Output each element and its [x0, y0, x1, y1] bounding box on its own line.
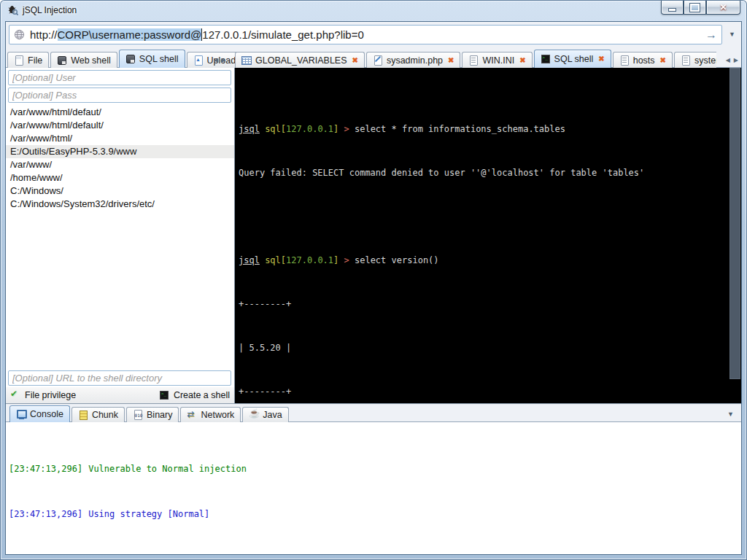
directory-item[interactable]: /home/www/ — [6, 171, 234, 184]
tool-tab[interactable]: Web shell — [50, 52, 117, 68]
minimize-icon — [668, 8, 676, 12]
tab-icon — [681, 55, 691, 66]
log-tab[interactable]: Binary — [126, 407, 179, 422]
shell-footer-bar: File privilege Create a shell — [6, 387, 234, 403]
scroll-left-icon[interactable] — [214, 58, 218, 63]
directory-item[interactable]: E:/Outils/EasyPHP-5.3.9/www — [6, 145, 234, 158]
terminal-output-line: | 5.5.20 | — [239, 343, 725, 354]
tool-tab[interactable]: SQL shell — [119, 50, 185, 68]
result-tab[interactable]: SQL shell — [534, 50, 611, 68]
sql-shell-terminal[interactable]: jsql sql[127.0.0.1] > select * from info… — [235, 68, 741, 403]
scrollbar-thumb[interactable] — [729, 68, 740, 379]
sql-shell-panel: /var/www/html/defaut/ /var/www/html/defa… — [6, 68, 235, 403]
terminal-scrollbar[interactable] — [729, 68, 741, 403]
result-tab[interactable]: system.ini — [674, 52, 716, 68]
tab-close-icon[interactable] — [352, 57, 358, 64]
url-prefix: http:// — [30, 28, 58, 41]
tool-tab[interactable]: File — [7, 52, 49, 68]
log-tabs: Console Chunk Binary Network — [9, 404, 290, 422]
directory-list: /var/www/html/defaut/ /var/www/html/defa… — [6, 106, 234, 211]
maximize-button[interactable] — [684, 1, 706, 15]
console-line: [23:47:13,296]Using strategy [Normal] — [9, 509, 741, 521]
result-tab[interactable]: GLOBAL_VARIABLES — [235, 52, 365, 68]
close-button[interactable]: ✕ — [706, 1, 740, 15]
scroll-right-icon[interactable] — [221, 58, 225, 63]
check-icon — [10, 390, 20, 400]
terminal-output-line: +--------+ — [239, 386, 725, 397]
terminal-output-line — [239, 211, 725, 222]
tab-close-icon[interactable] — [448, 57, 454, 64]
tab-close-icon[interactable] — [598, 55, 604, 63]
maximize-icon — [690, 4, 700, 12]
app-window: jSQL Injection ✕ http://CORP\username:pa… — [0, 0, 747, 560]
directory-item[interactable]: C:/Windows/ — [6, 184, 234, 198]
terminal-output-line: +--------+ — [239, 299, 725, 310]
tab-icon — [16, 409, 26, 419]
log-tab[interactable]: Network — [180, 407, 241, 422]
file-privilege-label: File privilege — [25, 390, 76, 400]
terminal-output: jsql sql[127.0.0.1] > select * from info… — [239, 69, 725, 403]
directory-item[interactable]: /var/www/html/ — [6, 132, 234, 145]
result-tab[interactable]: hosts — [613, 52, 673, 68]
shell-directory-field[interactable] — [8, 370, 231, 386]
close-icon: ✕ — [719, 3, 727, 12]
bug-magnifier-icon — [7, 4, 18, 15]
tab-icon — [241, 55, 252, 66]
directory-item[interactable]: /var/www/html/defaut/ — [6, 106, 234, 119]
tab-icon — [125, 54, 136, 64]
minimize-button[interactable] — [661, 1, 684, 15]
tab-icon — [619, 55, 630, 66]
title-bar[interactable]: jSQL Injection ✕ — [0, 0, 747, 22]
url-input[interactable]: http://CORP\username:password@127.0.0.1/… — [9, 25, 722, 44]
terminal-prompt-line: jsql sql[127.0.0.1] > select * from info… — [239, 124, 725, 135]
scroll-right-icon[interactable] — [734, 57, 738, 63]
globe-icon — [14, 29, 25, 40]
top-tab-strip: File Web shell SQL shell Upload — [6, 48, 741, 68]
result-tabs: GLOBAL_VARIABLES sysadmin.php WIN.INI — [235, 48, 716, 68]
create-shell-label: Create a shell — [174, 390, 230, 400]
result-tab-scroller — [726, 57, 738, 63]
pass-field[interactable] — [8, 88, 231, 103]
create-shell-button[interactable]: Create a shell — [159, 390, 230, 400]
app-title: jSQL Injection — [7, 4, 77, 15]
tool-tab-scroller — [212, 48, 228, 68]
directory-item[interactable]: /var/www/ — [6, 158, 234, 171]
log-tab[interactable]: Chunk — [71, 407, 125, 422]
tool-tabs: File Web shell SQL shell Upload — [7, 48, 244, 68]
tab-icon — [468, 55, 479, 66]
user-field[interactable] — [8, 70, 231, 85]
directory-item[interactable]: /var/www/html/default/ — [6, 119, 234, 132]
tab-icon — [187, 410, 197, 420]
log-tab[interactable]: Console — [9, 405, 70, 422]
result-tab[interactable]: WIN.INI — [462, 52, 532, 68]
url-selected-text: CORP\username:password@ — [58, 28, 202, 41]
console-log[interactable]: [23:47:13,296]Vulnerable to Normal injec… — [6, 422, 741, 554]
tab-icon — [373, 55, 383, 66]
directory-item[interactable]: C:/Windows/System32/drivers/etc/ — [6, 198, 234, 211]
file-privilege-button[interactable]: File privilege — [10, 390, 76, 400]
tab-close-icon[interactable] — [519, 57, 525, 64]
url-toolbar: http://CORP\username:password@127.0.0.1/… — [6, 22, 741, 48]
result-tab[interactable]: sysadmin.php — [366, 52, 461, 68]
tab-close-icon[interactable] — [660, 57, 666, 64]
go-arrow-button[interactable] — [705, 29, 717, 41]
tab-icon — [193, 55, 204, 66]
url-text: http://CORP\username:password@127.0.0.1/… — [30, 28, 364, 41]
log-tab[interactable]: Java — [242, 407, 288, 422]
scroll-left-icon[interactable] — [726, 57, 730, 63]
tab-icon — [14, 55, 24, 66]
terminal-prompt-line: jsql sql[127.0.0.1] > select version() — [239, 255, 725, 266]
url-suffix: 127.0.0.1/simulate_get.php?lib=0 — [202, 28, 363, 41]
tab-icon — [57, 55, 67, 66]
terminal-icon — [159, 390, 169, 400]
tab-icon — [133, 410, 143, 420]
tab-icon — [78, 410, 88, 420]
url-dropdown-icon[interactable] — [729, 31, 735, 38]
bottom-tab-strip: Console Chunk Binary Network — [6, 403, 741, 422]
tab-icon — [541, 54, 551, 64]
console-lines: [23:47:13,296]Vulnerable to Normal injec… — [9, 422, 741, 554]
tab-icon — [249, 410, 259, 420]
log-dropdown-icon[interactable] — [727, 411, 734, 418]
terminal-output-line: Query failed: SELECT command denied to u… — [239, 168, 725, 179]
console-line: [23:47:13,296]Vulnerable to Normal injec… — [9, 464, 741, 475]
